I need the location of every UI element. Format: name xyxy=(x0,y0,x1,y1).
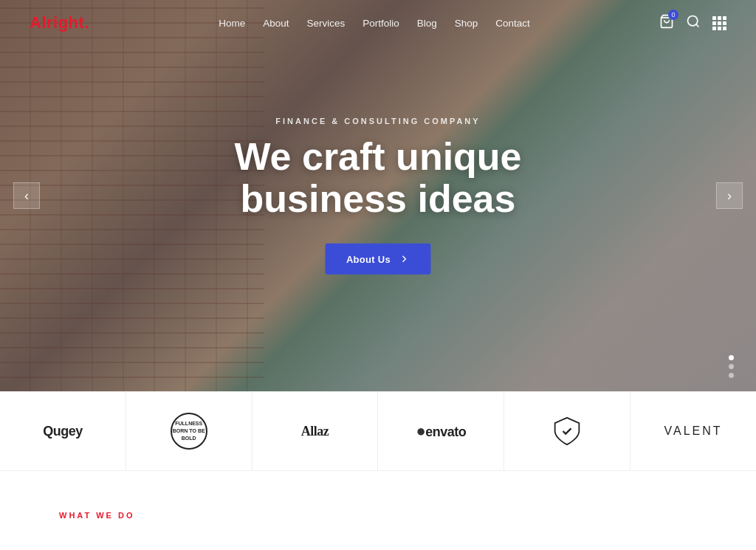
grid-menu-button[interactable] xyxy=(712,16,726,30)
hero-dot-1[interactable] xyxy=(729,355,734,360)
svg-point-1 xyxy=(687,16,697,26)
hero-prev-button[interactable]: ‹ xyxy=(13,182,40,209)
header-icons: 0 xyxy=(659,14,726,32)
search-button[interactable] xyxy=(686,14,701,32)
hero-pagination xyxy=(729,355,734,378)
site-header: Alright. Home About Services Portfolio B… xyxy=(0,0,756,46)
hero-cta-button[interactable]: About Us xyxy=(326,244,430,275)
partner-logo-qugey: Qugey xyxy=(0,392,126,470)
partner-logo-allaz: Allaz xyxy=(252,392,379,470)
main-nav: Home About Services Portfolio Blog Shop … xyxy=(219,18,530,29)
partner-logo-circle: FULLNESSBORN TO BEBOLD xyxy=(126,392,252,470)
what-we-do-label: What We Do xyxy=(59,511,135,520)
shield-emblem xyxy=(552,416,582,446)
logo-dot: . xyxy=(84,13,89,32)
partner-logos-strip: Qugey FULLNESSBORN TO BEBOLD Allaz ●●env… xyxy=(0,391,756,471)
hero-content: Finance & Consulting Company We craft un… xyxy=(234,117,521,275)
hero-dot-2[interactable] xyxy=(729,364,734,369)
partner-logo-valent: VALENT xyxy=(630,392,756,470)
site-logo[interactable]: Alright. xyxy=(30,13,89,32)
hero-title-line1: We craft unique xyxy=(234,135,521,178)
hero-dot-3[interactable] xyxy=(729,373,734,378)
partner-logo-envato: ●●envatoenvato xyxy=(378,392,504,470)
logo-text: Alright xyxy=(30,13,84,32)
nav-services[interactable]: Services xyxy=(306,18,345,29)
arrow-right-icon xyxy=(398,253,410,265)
hero-title: We craft unique business ideas xyxy=(234,136,521,220)
search-icon xyxy=(686,14,701,29)
qugey-logo-text: Qugey xyxy=(43,424,83,439)
allaz-logo-text: Allaz xyxy=(301,424,329,439)
hero-section: ‹ › Finance & Consulting Company We craf… xyxy=(0,0,756,391)
nav-portfolio[interactable]: Portfolio xyxy=(362,18,399,29)
nav-blog[interactable]: Blog xyxy=(417,18,437,29)
cart-button[interactable]: 0 xyxy=(659,14,674,32)
cart-badge: 0 xyxy=(668,10,678,20)
nav-about[interactable]: About xyxy=(263,18,289,29)
nav-shop[interactable]: Shop xyxy=(455,18,478,29)
valent-logo-text: VALENT xyxy=(664,424,723,438)
circle-emblem: FULLNESSBORN TO BEBOLD xyxy=(171,413,207,450)
nav-home[interactable]: Home xyxy=(219,18,245,29)
hero-subtitle: Finance & Consulting Company xyxy=(234,117,521,126)
hero-next-button[interactable]: › xyxy=(716,182,743,209)
what-we-do-section: What We Do xyxy=(0,471,756,536)
nav-contact[interactable]: Contact xyxy=(495,18,530,29)
envato-logo-text: ●●envatoenvato xyxy=(416,422,466,441)
hero-cta-label: About Us xyxy=(346,254,391,265)
partner-logo-shield xyxy=(504,392,630,470)
hero-title-line2: business ideas xyxy=(241,177,516,220)
